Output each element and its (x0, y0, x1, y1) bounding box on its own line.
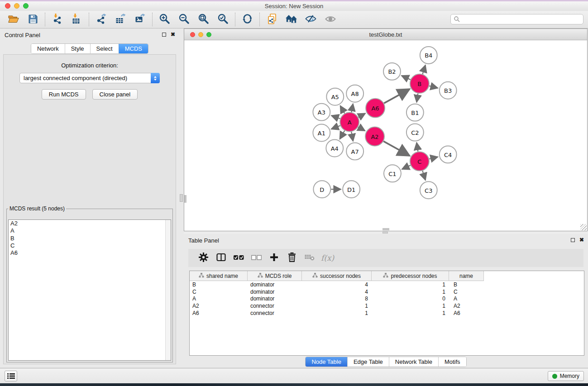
graph-node-A2[interactable]: A2 (365, 127, 384, 146)
graph-edge-A-A8[interactable] (351, 104, 353, 112)
graph-node-C[interactable]: C (410, 152, 429, 171)
graph-node-A[interactable]: A (340, 113, 359, 132)
table-row[interactable]: Adominator80A (190, 295, 584, 302)
import-table-button[interactable] (67, 12, 86, 27)
graph-node-B4[interactable]: B4 (420, 47, 437, 64)
column-header-shared-name[interactable]: shared name (190, 271, 248, 281)
deselect-all-button[interactable] (248, 250, 265, 266)
graph-edge-C-C1[interactable] (402, 165, 411, 169)
canvas-vertical-scrollbar[interactable] (184, 195, 186, 203)
graph-edge-A-A5[interactable] (340, 106, 345, 114)
column-header-MCDS-role[interactable]: MCDS role (248, 271, 302, 281)
add-column-button[interactable] (265, 250, 283, 266)
cell-MCDS-role[interactable]: connector (248, 303, 302, 309)
close-table-panel-icon[interactable]: ✖ (579, 238, 584, 242)
graph-edge-A-A7[interactable] (351, 132, 353, 141)
cell-shared-name[interactable]: C (190, 289, 248, 295)
graph-node-B[interactable]: B (410, 74, 429, 93)
cell-shared-name[interactable]: B (190, 281, 248, 288)
home-button[interactable] (282, 12, 301, 27)
float-panel-icon[interactable] (162, 33, 166, 37)
graph-node-A7[interactable]: A7 (346, 143, 363, 160)
graph-node-C3[interactable]: C3 (420, 181, 437, 199)
gear-button[interactable] (195, 250, 212, 266)
select-all-button[interactable] (230, 250, 248, 266)
result-scrollbar[interactable] (165, 220, 171, 360)
refresh-button[interactable] (238, 12, 257, 27)
graph-node-A6[interactable]: A6 (366, 99, 385, 118)
open-folder-button[interactable] (4, 12, 23, 27)
cell-predecessor-nodes[interactable]: 1 (372, 310, 449, 316)
export-network-button[interactable] (91, 12, 111, 27)
float-table-panel-icon[interactable] (571, 238, 575, 242)
cell-name[interactable]: A2 (449, 303, 484, 309)
duplicate-network-button[interactable] (262, 12, 282, 27)
cell-MCDS-role[interactable]: connector (248, 310, 302, 316)
graph-node-C1[interactable]: C1 (384, 165, 401, 182)
cell-shared-name[interactable]: A2 (190, 303, 248, 309)
column-header-name[interactable]: name (449, 271, 484, 281)
mcds-result-item[interactable]: A6 (9, 249, 171, 257)
graph-edge-B-B3[interactable] (429, 86, 438, 88)
graph-node-A3[interactable]: A3 (313, 104, 330, 121)
panel-splitter-horizontal[interactable] (382, 232, 388, 234)
network-maximize-button[interactable] (206, 32, 211, 37)
mcds-result-item[interactable]: A2 (9, 220, 171, 227)
cell-predecessor-nodes[interactable]: 1 (372, 281, 449, 288)
network-canvas[interactable]: B4B2BB3A8A5A6A3B1AC2A1A2A4A7C4CC1DD1C3 (184, 41, 587, 231)
eye-slash-button[interactable] (301, 12, 320, 27)
close-window-button[interactable] (5, 3, 10, 9)
task-history-button[interactable] (5, 371, 17, 381)
cell-MCDS-role[interactable]: dominator (248, 289, 302, 295)
cell-predecessor-nodes[interactable]: 1 (372, 289, 449, 295)
tab-network[interactable]: Network (31, 44, 65, 53)
network-minimize-button[interactable] (198, 32, 203, 37)
tab-motifs[interactable]: Motifs (438, 357, 466, 367)
graph-edge-B-B4[interactable] (423, 65, 425, 74)
import-network-button[interactable] (48, 12, 67, 27)
search-input[interactable] (462, 16, 583, 23)
graph-edge-A-A3[interactable] (331, 115, 340, 119)
close-panel-button[interactable]: Close panel (92, 89, 138, 100)
zoom-out-button[interactable] (174, 12, 194, 27)
split-view-button[interactable] (212, 250, 230, 266)
graph-node-C4[interactable]: C4 (440, 146, 457, 163)
graph-edge-B-B2[interactable] (402, 76, 411, 80)
graph-edge-A-A2[interactable] (358, 127, 365, 131)
cell-successor-nodes[interactable]: 8 (302, 295, 372, 302)
graph-edge-C-C4[interactable] (429, 157, 438, 159)
network-close-button[interactable] (190, 32, 195, 37)
graph-node-A1[interactable]: A1 (313, 124, 330, 142)
graph-node-D1[interactable]: D1 (343, 181, 360, 198)
table-row[interactable]: A6connector11A6 (190, 310, 584, 317)
column-header-predecessor-nodes[interactable]: predecessor nodes (372, 271, 449, 281)
graph-node-B1[interactable]: B1 (406, 104, 424, 121)
delete-button[interactable] (283, 250, 301, 266)
graph-node-A5[interactable]: A5 (326, 88, 344, 105)
cell-MCDS-role[interactable]: dominator (248, 295, 302, 302)
tab-network-table[interactable]: Network Table (389, 357, 438, 367)
graph-edge-C-C2[interactable] (416, 143, 418, 152)
tab-select[interactable]: Select (90, 44, 119, 53)
graph-edge-B-B1[interactable] (416, 93, 418, 102)
search-box[interactable] (450, 14, 583, 24)
run-mcds-button[interactable]: Run MCDS (42, 89, 86, 100)
cell-name[interactable]: A (449, 295, 484, 302)
export-table-button[interactable] (111, 12, 130, 27)
table-row[interactable]: Cdominator41C (190, 288, 584, 295)
resize-grip-icon[interactable] (580, 224, 587, 230)
cell-MCDS-role[interactable]: dominator (248, 281, 302, 288)
zoom-in-button[interactable] (155, 12, 174, 27)
graph-edge-A6-B[interactable] (384, 89, 410, 103)
table-row[interactable]: A2connector11A2 (190, 302, 584, 310)
cell-successor-nodes[interactable]: 4 (302, 289, 372, 295)
cell-name[interactable]: A6 (449, 310, 484, 316)
tab-edge-table[interactable]: Edge Table (347, 357, 389, 367)
cell-successor-nodes[interactable]: 1 (302, 310, 372, 316)
graph-node-B2[interactable]: B2 (383, 63, 401, 80)
maximize-window-button[interactable] (23, 3, 29, 9)
graph-edge-A-A1[interactable] (331, 125, 340, 129)
zoom-selected-button[interactable] (213, 12, 233, 27)
graph-edge-A-A4[interactable] (340, 131, 345, 139)
splitter-handle[interactable] (180, 194, 183, 202)
